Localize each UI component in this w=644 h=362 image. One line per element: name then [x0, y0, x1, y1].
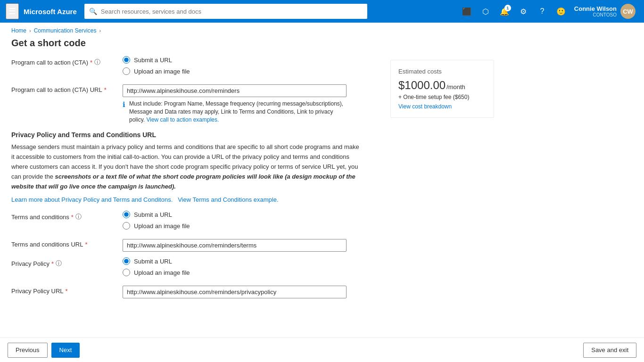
- pp-submit-url-radio[interactable]: [123, 257, 130, 265]
- terms-submit-url-option[interactable]: Submit a URL: [123, 211, 379, 218]
- privacy-section-body: Message senders must maintain a privacy …: [11, 142, 360, 191]
- save-exit-button[interactable]: Save and exit: [583, 343, 636, 358]
- search-input[interactable]: [101, 8, 363, 15]
- pp-url-control: [123, 286, 379, 298]
- main-content: Program call to action (CTA) * ⓘ Submit …: [0, 56, 644, 337]
- page-title: Get a short code: [0, 36, 644, 56]
- costs-panel: Estimated costs $1000.00 /month + One-ti…: [390, 60, 494, 118]
- previous-button[interactable]: Previous: [8, 343, 48, 358]
- cta-upload-image-label: Upload an image file: [134, 68, 190, 75]
- required-star-pp-url: *: [66, 288, 68, 295]
- info-circle-icon: ℹ: [123, 100, 125, 109]
- search-bar: 🔍: [84, 4, 367, 19]
- terms-label: Terms and conditions * ⓘ: [11, 211, 115, 221]
- cta-submit-url-radio[interactable]: [123, 56, 130, 64]
- privacy-policy-row: Privacy Policy * ⓘ Submit a URL Upload a…: [11, 257, 379, 280]
- cta-info-box: ℹ Must include: Program Name, Message fr…: [123, 100, 347, 123]
- required-star-cta: *: [90, 59, 92, 66]
- bottom-bar: Previous Next Save and exit: [0, 337, 644, 362]
- settings-button[interactable]: ⚙: [515, 3, 532, 20]
- form-area: Program call to action (CTA) * ⓘ Submit …: [11, 56, 379, 337]
- terms-info-icon[interactable]: ⓘ: [75, 213, 82, 221]
- pp-upload-image-radio[interactable]: [123, 269, 130, 276]
- help-icon: ?: [540, 7, 544, 16]
- pp-url-label: Privacy Policy URL *: [11, 286, 115, 295]
- search-icon: 🔍: [89, 8, 97, 15]
- required-star-pp: *: [51, 260, 54, 267]
- directory-button[interactable]: ⬡: [477, 3, 494, 20]
- terms-submit-url-radio[interactable]: [123, 211, 130, 218]
- privacy-view-link[interactable]: View Terms and Conditions example.: [178, 196, 278, 203]
- costs-title: Estimated costs: [398, 68, 486, 75]
- user-name-block: Connie Wilson CONTOSO: [574, 5, 617, 17]
- pp-submit-url-label: Submit a URL: [134, 258, 172, 265]
- terms-url-label: Terms and conditions URL *: [11, 239, 115, 248]
- pp-upload-image-label: Upload an image file: [134, 269, 190, 276]
- pp-info-icon[interactable]: ⓘ: [56, 259, 62, 268]
- required-star-terms-url: *: [85, 241, 87, 248]
- program-cta-url-row: Program call to action (CTA) URL * ℹ Mus…: [11, 84, 379, 123]
- breadcrumb: Home › Communication Services ›: [0, 23, 644, 36]
- breadcrumb-home[interactable]: Home: [11, 27, 26, 34]
- azure-logo: Microsoft Azure: [24, 8, 77, 16]
- topnav-right-area: ⬛ ⬡ 🔔 1 ⚙ ? 🙂 Connie Wilson CONTOSO CW: [458, 2, 638, 21]
- required-star-terms: *: [71, 214, 74, 221]
- terms-upload-image-label: Upload an image file: [134, 222, 190, 230]
- program-cta-row: Program call to action (CTA) * ⓘ Submit …: [11, 56, 379, 79]
- privacy-policy-label: Privacy Policy * ⓘ: [11, 257, 115, 268]
- pp-options: Submit a URL Upload an image file: [123, 257, 379, 280]
- costs-amount: $1000.00: [398, 79, 446, 92]
- cta-submit-url-option[interactable]: Submit a URL: [123, 56, 379, 64]
- user-menu[interactable]: Connie Wilson CONTOSO CW: [571, 2, 638, 21]
- pp-submit-url-option[interactable]: Submit a URL: [123, 257, 379, 265]
- cta-info-text: Must include: Program Name, Message freq…: [129, 100, 347, 123]
- feedback-button[interactable]: 🙂: [553, 3, 570, 20]
- help-button[interactable]: ?: [534, 3, 551, 20]
- pp-url-row: Privacy Policy URL *: [11, 286, 379, 298]
- privacy-section-heading: Privacy Policy and Terms and Conditions …: [11, 131, 379, 139]
- costs-period: /month: [446, 83, 465, 90]
- cta-upload-image-radio[interactable]: [123, 67, 130, 75]
- terms-url-row: Terms and conditions URL *: [11, 239, 379, 252]
- cta-url-control: ℹ Must include: Program Name, Message fr…: [123, 84, 379, 123]
- cloud-shell-button[interactable]: ⬛: [458, 3, 475, 20]
- top-navigation: ☰ Microsoft Azure 🔍 ⬛ ⬡ 🔔 1 ⚙ ? 🙂 Connie…: [0, 0, 644, 23]
- terms-url-input[interactable]: [123, 239, 347, 252]
- program-cta-url-label: Program call to action (CTA) URL *: [11, 84, 115, 93]
- cta-info-icon[interactable]: ⓘ: [94, 58, 100, 66]
- feedback-icon: 🙂: [556, 7, 566, 16]
- directory-icon: ⬡: [482, 7, 489, 16]
- user-company: CONTOSO: [593, 12, 617, 17]
- terms-upload-image-radio[interactable]: [123, 222, 130, 230]
- terms-url-control: [123, 239, 379, 252]
- costs-amount-row: $1000.00 /month: [398, 79, 486, 92]
- notifications-button[interactable]: 🔔 1: [496, 3, 513, 20]
- pp-url-input[interactable]: [123, 286, 347, 298]
- next-button[interactable]: Next: [51, 343, 80, 358]
- notification-badge: 1: [504, 5, 511, 11]
- cta-options: Submit a URL Upload an image file: [123, 56, 379, 79]
- gear-icon: ⚙: [520, 7, 527, 16]
- terms-row: Terms and conditions * ⓘ Submit a URL Up…: [11, 211, 379, 233]
- costs-setup: + One-time setup fee ($650): [398, 94, 486, 100]
- privacy-section-links: Learn more about Privacy Policy and Term…: [11, 196, 379, 203]
- required-star-cta-url: *: [104, 86, 107, 93]
- breadcrumb-sep-2: ›: [99, 28, 101, 33]
- user-name: Connie Wilson: [574, 5, 617, 12]
- hamburger-menu-button[interactable]: ☰: [6, 3, 19, 19]
- cta-upload-image-option[interactable]: Upload an image file: [123, 67, 379, 75]
- avatar: CW: [620, 4, 636, 19]
- pp-upload-image-option[interactable]: Upload an image file: [123, 269, 379, 276]
- cta-submit-url-label: Submit a URL: [134, 57, 172, 64]
- costs-breakdown-link[interactable]: View cost breakdown: [398, 103, 486, 110]
- program-cta-label: Program call to action (CTA) * ⓘ: [11, 56, 115, 66]
- breadcrumb-sep-1: ›: [29, 28, 31, 33]
- cta-info-link[interactable]: View call to action examples.: [146, 116, 219, 123]
- cloud-shell-icon: ⬛: [462, 7, 471, 16]
- breadcrumb-section[interactable]: Communication Services: [34, 27, 97, 34]
- privacy-learn-link[interactable]: Learn more about Privacy Policy and Term…: [11, 196, 173, 203]
- terms-upload-image-option[interactable]: Upload an image file: [123, 222, 379, 230]
- terms-options: Submit a URL Upload an image file: [123, 211, 379, 233]
- terms-submit-url-label: Submit a URL: [134, 211, 172, 218]
- cta-url-input[interactable]: [123, 84, 347, 97]
